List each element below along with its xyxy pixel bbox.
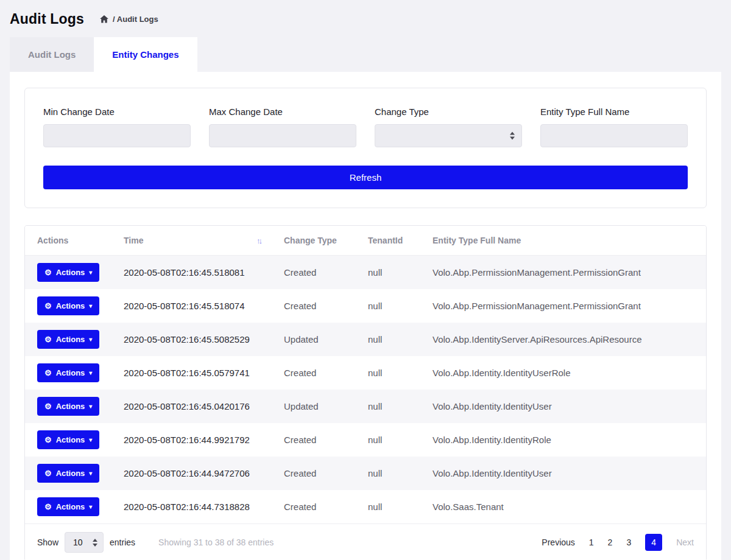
change-type-label: Change Type: [375, 107, 522, 117]
actions-button-label: Actions: [56, 301, 85, 310]
entries-label: entries: [110, 537, 135, 547]
actions-button-label: Actions: [56, 435, 85, 444]
time-cell: 2020-05-08T02:16:45.518081: [116, 256, 277, 290]
actions-button[interactable]: ⚙Actions▾: [37, 263, 99, 282]
tenant-id-cell: null: [361, 256, 425, 290]
sort-icon[interactable]: ↑↓: [256, 236, 269, 245]
pagination-page-4-active[interactable]: 4: [645, 534, 662, 551]
entity-changes-table: Actions Time ↑↓ Change Type TenantId Ent…: [24, 225, 707, 560]
time-cell: 2020-05-08T02:16:45.0579741: [116, 356, 277, 390]
filter-entity-type: Entity Type Full Name: [540, 107, 688, 147]
entity-type-cell: Volo.Abp.IdentityServer.ApiResources.Api…: [425, 323, 706, 356]
pagination-page-3[interactable]: 3: [626, 537, 631, 547]
min-change-date-input[interactable]: [43, 124, 191, 147]
caret-down-icon: ▾: [89, 504, 92, 510]
caret-down-icon: ▾: [89, 404, 92, 410]
tenant-id-cell: null: [361, 423, 425, 457]
tab-audit-logs[interactable]: Audit Logs: [10, 37, 94, 72]
column-header-change-type: Change Type: [277, 226, 361, 256]
refresh-button[interactable]: Refresh: [43, 166, 688, 189]
change-type-cell: Created: [277, 423, 361, 457]
column-header-entity-type: Entity Type Full Name: [425, 226, 706, 256]
breadcrumb: / Audit Logs: [100, 15, 158, 24]
show-label: Show: [37, 537, 58, 547]
table-row: ⚙Actions▾ 2020-05-08T02:16:45.5082529 Up…: [25, 323, 706, 356]
time-cell: 2020-05-08T02:16:45.0420176: [116, 390, 277, 423]
page-size-select[interactable]: 10: [65, 532, 104, 553]
change-type-cell: Created: [277, 356, 361, 390]
actions-button[interactable]: ⚙Actions▾: [37, 330, 99, 349]
table-row: ⚙Actions▾ 2020-05-08T02:16:45.0420176 Up…: [25, 390, 706, 423]
tab-entity-changes[interactable]: Entity Changes: [94, 37, 197, 72]
tenant-id-cell: null: [361, 356, 425, 390]
column-header-time[interactable]: Time ↑↓: [116, 226, 277, 256]
filter-min-change-date: Min Change Date: [43, 107, 191, 147]
filter-card: Min Change Date Max Change Date Change T…: [24, 88, 707, 208]
entity-type-label: Entity Type Full Name: [540, 107, 688, 117]
change-type-cell: Updated: [277, 390, 361, 423]
caret-down-icon: ▾: [89, 337, 92, 343]
gear-icon: ⚙: [44, 469, 52, 477]
change-type-select[interactable]: [375, 124, 522, 147]
caret-down-icon: ▾: [89, 370, 92, 376]
time-cell: 2020-05-08T02:16:45.518074: [116, 289, 277, 323]
page-size-value: 10: [73, 537, 83, 547]
change-type-cell: Created: [277, 289, 361, 323]
entity-type-cell: Volo.Abp.Identity.IdentityUserRole: [425, 356, 706, 390]
page-title: Audit Logs: [10, 11, 84, 27]
table-row: ⚙Actions▾ 2020-05-08T02:16:45.518074 Cre…: [25, 289, 706, 323]
entity-type-cell: Volo.Abp.PermissionManagement.Permission…: [425, 256, 706, 290]
pagination-next[interactable]: Next: [676, 537, 694, 547]
showing-entries-text: Showing 31 to 38 of 38 entries: [158, 537, 274, 547]
min-change-date-label: Min Change Date: [43, 107, 191, 117]
gear-icon: ⚙: [44, 503, 52, 511]
gear-icon: ⚙: [44, 302, 52, 310]
actions-button-label: Actions: [56, 502, 85, 511]
gear-icon: ⚙: [44, 369, 52, 377]
actions-button[interactable]: ⚙Actions▾: [37, 397, 99, 416]
actions-button-label: Actions: [56, 402, 85, 411]
column-header-tenant-id: TenantId: [361, 226, 425, 256]
change-type-cell: Created: [277, 490, 361, 523]
tenant-id-cell: null: [361, 289, 425, 323]
table-row: ⚙Actions▾ 2020-05-08T02:16:45.518081 Cre…: [25, 256, 706, 290]
time-cell: 2020-05-08T02:16:45.5082529: [116, 323, 277, 356]
entity-type-cell: Volo.Abp.Identity.IdentityRole: [425, 423, 706, 457]
time-cell: 2020-05-08T02:16:44.7318828: [116, 490, 277, 523]
entity-type-input[interactable]: [540, 124, 688, 147]
pagination-page-2[interactable]: 2: [608, 537, 613, 547]
change-type-cell: Updated: [277, 323, 361, 356]
actions-button[interactable]: ⚙Actions▾: [37, 430, 99, 449]
entity-type-cell: Volo.Abp.Identity.IdentityUser: [425, 457, 706, 490]
caret-down-icon: ▾: [89, 303, 92, 309]
caret-down-icon: ▾: [89, 471, 92, 477]
pagination-previous[interactable]: Previous: [542, 537, 574, 547]
filter-change-type: Change Type: [375, 107, 522, 147]
filter-max-change-date: Max Change Date: [209, 107, 356, 147]
pagination: Previous 1 2 3 4 Next: [542, 534, 694, 551]
change-type-cell: Created: [277, 457, 361, 490]
actions-button[interactable]: ⚙Actions▾: [37, 363, 99, 382]
caret-down-icon: ▾: [89, 437, 92, 443]
pagination-page-1[interactable]: 1: [589, 537, 594, 547]
actions-button-label: Actions: [56, 268, 85, 277]
entity-type-cell: Volo.Abp.Identity.IdentityUser: [425, 390, 706, 423]
home-icon[interactable]: [100, 15, 108, 23]
time-cell: 2020-05-08T02:16:44.9921792: [116, 423, 277, 457]
change-type-cell: Created: [277, 256, 361, 290]
select-arrows-icon: [93, 539, 97, 547]
actions-button[interactable]: ⚙Actions▾: [37, 296, 99, 315]
table-footer: Show 10 entries Showing 31 to 38 of 38 e…: [25, 523, 706, 560]
tenant-id-cell: null: [361, 457, 425, 490]
actions-button-label: Actions: [56, 368, 85, 377]
gear-icon: ⚙: [44, 402, 52, 410]
tab-bar: Audit Logs Entity Changes: [10, 37, 721, 72]
actions-button[interactable]: ⚙Actions▾: [37, 464, 99, 483]
table-header-row: Actions Time ↑↓ Change Type TenantId Ent…: [25, 226, 706, 256]
select-arrows-icon: [510, 132, 515, 140]
max-change-date-input[interactable]: [209, 124, 356, 147]
actions-button[interactable]: ⚙Actions▾: [37, 497, 99, 516]
entity-type-cell: Volo.Abp.PermissionManagement.Permission…: [425, 289, 706, 323]
table-row: ⚙Actions▾ 2020-05-08T02:16:44.9921792 Cr…: [25, 423, 706, 457]
table-row: ⚙Actions▾ 2020-05-08T02:16:45.0579741 Cr…: [25, 356, 706, 390]
